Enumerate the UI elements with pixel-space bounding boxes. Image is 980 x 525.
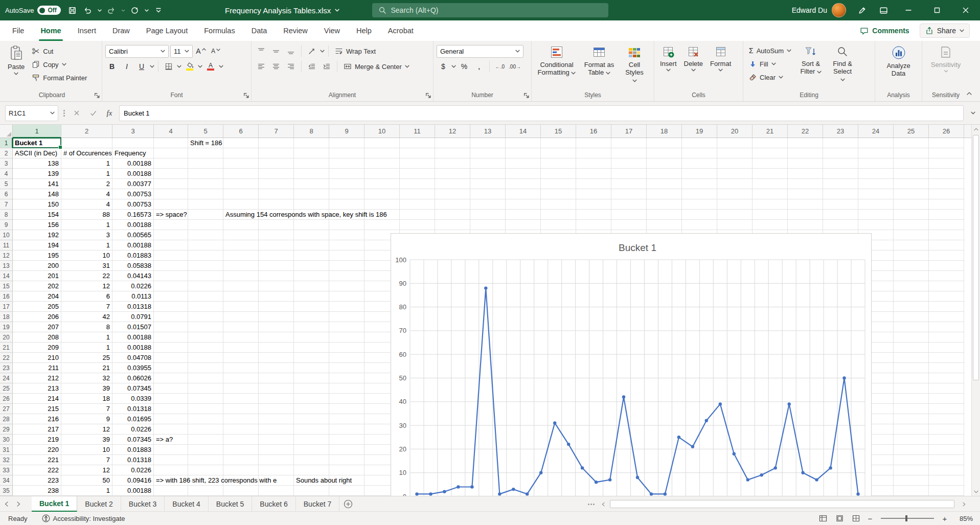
- cell-r9c17[interactable]: [611, 220, 647, 230]
- cell-r14c7[interactable]: [259, 271, 294, 281]
- cell-r35c3[interactable]: 0.00188: [112, 486, 154, 496]
- cell-r8c18[interactable]: [647, 210, 682, 220]
- cell-r28c26[interactable]: [929, 414, 964, 424]
- share-button[interactable]: Share: [920, 24, 970, 38]
- borders-chevron-icon[interactable]: [177, 65, 181, 68]
- column-header-2[interactable]: 2: [61, 125, 112, 138]
- analyze-data-button[interactable]: Analyze Data: [878, 43, 919, 79]
- cell-r6c19[interactable]: [682, 189, 717, 199]
- new-sheet-button[interactable]: [339, 496, 357, 512]
- cell-r12c2[interactable]: 10: [61, 250, 112, 261]
- orientation-button[interactable]: [305, 44, 318, 58]
- cell-r3c17[interactable]: [611, 158, 647, 169]
- cell-r13c26[interactable]: [929, 261, 964, 271]
- cell-r20c26[interactable]: [929, 332, 964, 343]
- cell-r19c8[interactable]: [294, 322, 329, 332]
- cell-r23c25[interactable]: [894, 363, 929, 373]
- cell-r27c9[interactable]: [329, 404, 364, 414]
- cell-r3c25[interactable]: [894, 158, 929, 169]
- cell-r8c22[interactable]: [788, 210, 823, 220]
- cell-r18c5[interactable]: [188, 312, 223, 322]
- cell-r1c22[interactable]: [788, 138, 823, 148]
- cell-r5c11[interactable]: [400, 179, 435, 189]
- cell-r16c6[interactable]: [223, 291, 259, 302]
- cell-r4c11[interactable]: [400, 169, 435, 179]
- row-header-20[interactable]: 20: [0, 332, 13, 343]
- row-header-17[interactable]: 17: [0, 302, 13, 312]
- cell-r24c8[interactable]: [294, 373, 329, 383]
- top-align-button[interactable]: [255, 44, 268, 58]
- cell-r3c23[interactable]: [823, 158, 858, 169]
- cell-r5c24[interactable]: [858, 179, 894, 189]
- cell-r27c4[interactable]: [154, 404, 188, 414]
- sheet-nav-left[interactable]: [0, 496, 12, 512]
- fill-color-button[interactable]: [183, 60, 196, 73]
- cell-r1c21[interactable]: [753, 138, 788, 148]
- cell-r1c1[interactable]: Bucket 1: [13, 138, 61, 148]
- accounting-chevron-icon[interactable]: [451, 65, 456, 68]
- cell-r14c5[interactable]: [188, 271, 223, 281]
- cell-r5c7[interactable]: [259, 179, 294, 189]
- cell-r2c5[interactable]: [188, 148, 223, 158]
- cell-r4c3[interactable]: 0.00188: [112, 169, 154, 179]
- cell-r10c5[interactable]: [188, 230, 223, 240]
- cell-r35c7[interactable]: [259, 486, 294, 496]
- cell-r24c4[interactable]: [154, 373, 188, 383]
- sensitivity-button[interactable]: Sensitivity: [928, 43, 964, 74]
- cell-r13c4[interactable]: [154, 261, 188, 271]
- row-header-30[interactable]: 30: [0, 435, 13, 445]
- cell-r5c19[interactable]: [682, 179, 717, 189]
- row-header-34[interactable]: 34: [0, 475, 13, 486]
- cell-r9c8[interactable]: [294, 220, 329, 230]
- cell-r1c3[interactable]: [112, 138, 154, 148]
- column-header-12[interactable]: 12: [435, 125, 470, 138]
- cell-r9c7[interactable]: [259, 220, 294, 230]
- font-color-button[interactable]: A: [204, 60, 217, 73]
- cell-r2c8[interactable]: [294, 148, 329, 158]
- cell-r26c2[interactable]: 18: [61, 394, 112, 404]
- cell-r18c9[interactable]: [329, 312, 364, 322]
- wrap-text-button[interactable]: Wrap Text: [332, 44, 378, 58]
- formula-input[interactable]: Bucket 1: [119, 105, 964, 121]
- column-header-3[interactable]: 3: [112, 125, 154, 138]
- accessibility-checker[interactable]: Accessibility: Investigate: [37, 514, 130, 522]
- cell-r8c3[interactable]: 0.16573: [112, 210, 154, 220]
- cell-r8c2[interactable]: 88: [61, 210, 112, 220]
- undo-menu-chevron[interactable]: [97, 2, 103, 18]
- cell-r2c18[interactable]: [647, 148, 682, 158]
- cell-r22c6[interactable]: [223, 353, 259, 363]
- cell-r1c26[interactable]: [929, 138, 964, 148]
- cell-r9c19[interactable]: [682, 220, 717, 230]
- cell-r3c3[interactable]: 0.00188: [112, 158, 154, 169]
- column-header-13[interactable]: 13: [470, 125, 506, 138]
- cell-r5c2[interactable]: 2: [61, 179, 112, 189]
- cell-r7c7[interactable]: [259, 199, 294, 210]
- cell-r32c6[interactable]: [223, 455, 259, 465]
- orientation-chevron-icon[interactable]: [320, 50, 325, 53]
- cell-r7c18[interactable]: [647, 199, 682, 210]
- tab-review[interactable]: Review: [275, 20, 316, 41]
- cell-r8c14[interactable]: [506, 210, 541, 220]
- cell-r18c7[interactable]: [259, 312, 294, 322]
- row-header-21[interactable]: 21: [0, 343, 13, 353]
- cell-r4c4[interactable]: [154, 169, 188, 179]
- cell-r32c26[interactable]: [929, 455, 964, 465]
- row-header-3[interactable]: 3: [0, 158, 13, 169]
- cell-r6c10[interactable]: [364, 189, 400, 199]
- cell-r9c15[interactable]: [541, 220, 576, 230]
- row-header-11[interactable]: 11: [0, 240, 13, 250]
- cell-r17c1[interactable]: 205: [13, 302, 61, 312]
- cell-r33c1[interactable]: 222: [13, 465, 61, 475]
- cell-r4c14[interactable]: [506, 169, 541, 179]
- cell-r25c26[interactable]: [929, 383, 964, 394]
- cell-r7c13[interactable]: [470, 199, 506, 210]
- cell-r4c21[interactable]: [753, 169, 788, 179]
- cell-r24c7[interactable]: [259, 373, 294, 383]
- cell-r25c2[interactable]: 39: [61, 383, 112, 394]
- cell-r6c16[interactable]: [576, 189, 611, 199]
- row-header-14[interactable]: 14: [0, 271, 13, 281]
- cell-r12c7[interactable]: [259, 250, 294, 261]
- cell-r26c9[interactable]: [329, 394, 364, 404]
- cell-r1c6[interactable]: [223, 138, 259, 148]
- cell-r8c23[interactable]: [823, 210, 858, 220]
